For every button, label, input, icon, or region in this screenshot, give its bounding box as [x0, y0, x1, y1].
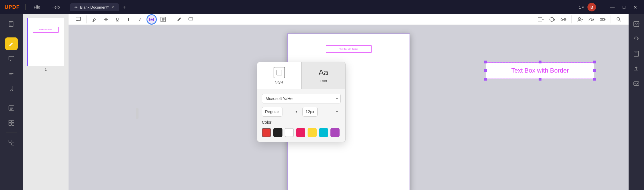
- sidebar-item-pages[interactable]: [5, 18, 18, 30]
- sidebar-item-outline[interactable]: [5, 67, 18, 80]
- svg-text:▾: ▾: [593, 18, 594, 21]
- tool-text-box[interactable]: [147, 14, 157, 25]
- selected-textbox-area: Text Box with Border: [486, 62, 594, 79]
- svg-text:▾: ▾: [604, 18, 606, 21]
- thumbnail-panel: Text Box with Border 1: [23, 14, 69, 190]
- svg-point-38: [578, 17, 581, 20]
- svg-text:OCR: OCR: [635, 23, 639, 26]
- sidebar-item-edit[interactable]: [5, 37, 18, 50]
- page-nav[interactable]: 1 ▾: [579, 5, 584, 9]
- sidebar-sep-2: [6, 98, 17, 98]
- swatch-white[interactable]: [285, 128, 294, 137]
- svg-rect-33: [538, 18, 542, 21]
- tool-pen[interactable]: [174, 14, 184, 25]
- font-tab-label: Font: [320, 79, 327, 83]
- handle-br[interactable]: [593, 78, 596, 81]
- handle-ml[interactable]: [484, 69, 487, 72]
- tab-font[interactable]: Aa Font: [302, 62, 346, 89]
- font-panel-tabs: Style Aa Font: [257, 62, 345, 89]
- pdf-canvas[interactable]: Text Box with Border: [69, 25, 629, 190]
- font-family-select[interactable]: Microsoft YaHei: [262, 94, 341, 103]
- font-style-row: Regular ▾ 12px ▾: [262, 107, 341, 117]
- thumbnail-page[interactable]: Text Box with Border: [27, 18, 64, 66]
- handle-tr[interactable]: [593, 61, 596, 63]
- close-button[interactable]: ✕: [631, 4, 639, 11]
- tool-user[interactable]: ▾: [575, 14, 585, 25]
- svg-text:▾: ▾: [581, 18, 583, 21]
- svg-text:▾: ▾: [565, 18, 567, 21]
- handle-tm[interactable]: [539, 61, 541, 63]
- svg-rect-18: [76, 17, 81, 21]
- right-sidebar-extract[interactable]: [630, 47, 643, 60]
- sidebar-item-forms[interactable]: [5, 102, 18, 114]
- tool-text-indent[interactable]: [158, 14, 168, 25]
- svg-rect-8: [9, 106, 14, 110]
- font-size-select[interactable]: 12px: [302, 107, 318, 117]
- svg-rect-31: [189, 18, 193, 20]
- handle-mr[interactable]: [593, 69, 596, 72]
- svg-rect-48: [277, 70, 282, 75]
- tab-add-button[interactable]: +: [120, 4, 128, 11]
- sidebar-item-more[interactable]: [5, 136, 18, 149]
- tool-color-wheel[interactable]: ▾: [547, 14, 557, 25]
- right-sidebar-upload[interactable]: [630, 62, 643, 75]
- tool-highlight[interactable]: [89, 14, 100, 25]
- swatch-black[interactable]: [273, 128, 282, 137]
- minimize-button[interactable]: —: [608, 4, 617, 10]
- tool-comment[interactable]: [73, 14, 83, 25]
- maximize-button[interactable]: □: [620, 4, 628, 10]
- right-sidebar: OCR: [629, 14, 644, 190]
- swatch-pink[interactable]: [296, 128, 305, 137]
- tool-link[interactable]: ▾: [558, 14, 569, 25]
- tool-search[interactable]: [614, 14, 624, 25]
- tab-close-button[interactable]: ×: [111, 5, 115, 9]
- sidebar-item-comments[interactable]: [5, 52, 18, 65]
- menu-help[interactable]: Help: [49, 4, 62, 11]
- thumbnail-container[interactable]: Text Box with Border 1: [27, 18, 64, 71]
- font-style-select[interactable]: Regular: [262, 107, 282, 117]
- swatch-purple[interactable]: [330, 128, 340, 137]
- tool-strikethrough[interactable]: [101, 14, 111, 25]
- handle-bm[interactable]: [539, 78, 541, 81]
- font-size-wrapper: 12px ▾: [302, 107, 341, 117]
- title-divider: [25, 4, 26, 10]
- app-logo: UPDF: [5, 4, 20, 10]
- toolbar: T T: [69, 14, 629, 25]
- svg-text:T: T: [127, 17, 130, 22]
- right-sidebar-email[interactable]: [630, 77, 643, 90]
- toolbar-sep-1: [86, 15, 87, 23]
- pdf-textbox-preview: Text Box with Border: [326, 45, 372, 53]
- color-swatches: [262, 128, 341, 137]
- tool-signature[interactable]: ▾: [586, 14, 596, 25]
- tool-rect[interactable]: ▾: [535, 14, 546, 25]
- tool-underline[interactable]: [112, 14, 123, 25]
- handle-bl[interactable]: [484, 78, 487, 81]
- page-number: 1: [579, 5, 581, 9]
- svg-rect-55: [634, 82, 639, 85]
- swatch-yellow[interactable]: [308, 128, 317, 137]
- svg-point-35: [550, 17, 554, 21]
- right-sidebar-ocr[interactable]: OCR: [630, 18, 643, 30]
- selected-textbox[interactable]: Text Box with Border: [486, 62, 594, 79]
- handle-tl[interactable]: [484, 61, 487, 63]
- tab-style[interactable]: Style: [257, 62, 302, 89]
- user-avatar[interactable]: B: [587, 3, 596, 11]
- svg-rect-51: [634, 51, 639, 56]
- sidebar-item-organize[interactable]: [5, 117, 18, 129]
- style-tab-label: Style: [275, 80, 283, 84]
- sidebar-item-bookmarks[interactable]: [5, 82, 18, 95]
- swatch-cyan[interactable]: [319, 128, 328, 137]
- sidebar-sep-3: [6, 133, 17, 133]
- svg-line-47: [619, 20, 621, 21]
- tab-title: Blank Document*: [80, 5, 109, 9]
- tool-stamp[interactable]: [186, 14, 196, 25]
- menu-file[interactable]: File: [31, 4, 43, 11]
- font-style-arrow: ▾: [296, 110, 297, 114]
- svg-text:▾: ▾: [542, 18, 544, 21]
- tool-text[interactable]: T: [124, 14, 134, 25]
- tab-blank-document[interactable]: ✏ Blank Document* ×: [70, 3, 119, 11]
- tool-text-bold[interactable]: T: [135, 14, 145, 25]
- tool-ruler[interactable]: ▾: [597, 14, 608, 25]
- right-sidebar-convert[interactable]: [630, 33, 643, 45]
- swatch-red[interactable]: [262, 128, 271, 137]
